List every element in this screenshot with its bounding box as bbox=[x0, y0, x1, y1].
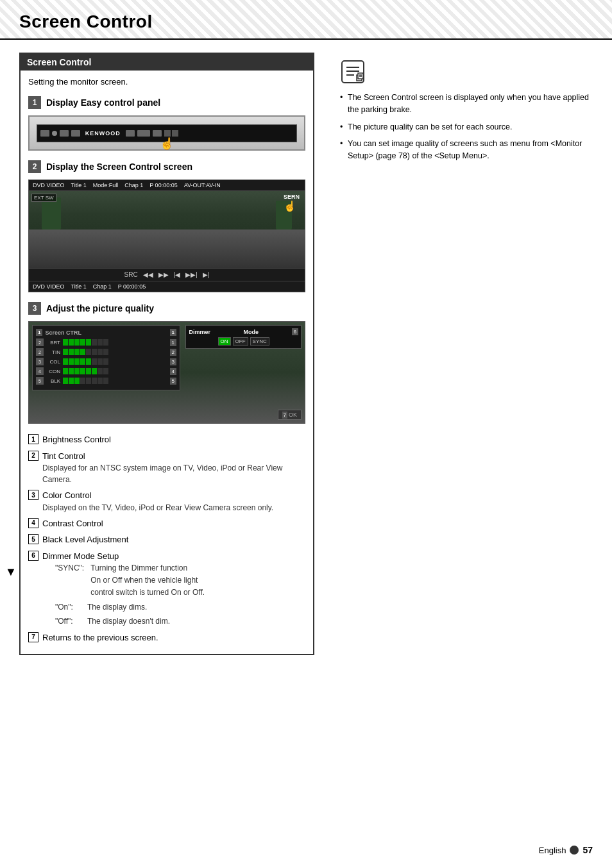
off-key: "Off": bbox=[55, 615, 81, 628]
step1-num: 1 bbox=[28, 96, 41, 109]
toolbar-icon-4 bbox=[126, 130, 135, 137]
left-column: Screen Control Setting the monitor scree… bbox=[19, 53, 327, 668]
dvd-controls: SRC ◀◀ ▶▶ |◀ ▶▶| ▶| bbox=[29, 268, 305, 281]
ctrl-row-brt: 2 BRT 1 bbox=[36, 338, 176, 346]
ctrl-num-1: 1 bbox=[170, 329, 176, 336]
dvd-btn-rew: ◀◀ bbox=[143, 271, 153, 278]
list-item-4: 4 Contrast Control bbox=[28, 517, 305, 530]
ctrl-num-2: 2 bbox=[36, 338, 44, 346]
finger-cursor-1: ☝ bbox=[160, 137, 174, 151]
ctrl-row-num-3: 3 bbox=[170, 358, 176, 365]
dvd-btn-pause: ▶| bbox=[203, 271, 210, 278]
section-box: Screen Control Setting the monitor scree… bbox=[19, 53, 314, 655]
dimmer-num-6: 6 bbox=[292, 328, 298, 335]
ctrl-row-num-4: 4 bbox=[170, 368, 176, 375]
item-content-4: Contrast Control bbox=[42, 517, 305, 530]
page-title: Screen Control bbox=[19, 12, 612, 32]
dvd-bottom-chap: Chap 1 bbox=[93, 283, 112, 290]
dimmer-btn-on[interactable]: ON bbox=[218, 337, 231, 346]
dimmer-btn-sync[interactable]: SYNC bbox=[250, 337, 269, 346]
dvd-ext-sw: EXT SW bbox=[31, 194, 56, 202]
dvd-title-label: Title 1 bbox=[71, 182, 87, 188]
dvd-btn-next: ▶▶| bbox=[185, 271, 198, 278]
toolbar-icon-3 bbox=[71, 130, 80, 137]
step2-screenshot: DVD VIDEO Title 1 Mode:Full Chap 1 P 00:… bbox=[28, 179, 305, 292]
item-num-6: 6 bbox=[28, 551, 38, 561]
ctrl-num-6: 5 bbox=[36, 377, 44, 385]
footer-language: English bbox=[539, 846, 566, 855]
step1-screenshot: KENWOOD ☝ bbox=[28, 115, 305, 151]
mode-title: Mode bbox=[243, 329, 259, 335]
ctrl-bar-blk bbox=[63, 378, 108, 384]
ctrl-bar-con bbox=[63, 368, 108, 374]
ctrl-num-indicator: 1 bbox=[36, 329, 42, 336]
section-box-body: Setting the monitor screen. 1 Display Ea… bbox=[21, 71, 313, 654]
list-item-3: 3 Color Control Displayed on the TV, Vid… bbox=[28, 489, 305, 513]
note-icon-container bbox=[340, 59, 599, 87]
off-desc: The display doesn't dim. bbox=[87, 615, 170, 628]
item-num-5: 5 bbox=[28, 534, 38, 544]
list-item-6: 6 Dimmer Mode Setup "SYNC": Turning the … bbox=[28, 550, 305, 628]
item-content-7: Returns to the previous screen. bbox=[42, 631, 305, 644]
ctrl-row-num-1: 1 bbox=[170, 339, 176, 346]
ctrl-panel: 1 Screen CTRL 1 2 BRT 1 bbox=[32, 325, 180, 390]
toolbar-sq1 bbox=[164, 130, 171, 137]
ctrl-row-blk: 5 BLK 5 bbox=[36, 377, 176, 385]
dimmer-title: Dimmer bbox=[189, 329, 210, 335]
item-content-5: Black Level Adjustment bbox=[42, 533, 305, 546]
step2-text: Display the Screen Control screen bbox=[46, 162, 192, 172]
dvd-source: DVD VIDEO bbox=[33, 182, 65, 188]
ctrl-row-num-5: 5 bbox=[170, 378, 176, 385]
note-item-3: You can set image quality of screens suc… bbox=[340, 138, 599, 162]
dimmer-buttons: ON OFF SYNC bbox=[189, 337, 298, 346]
tree-sim-1 bbox=[42, 197, 61, 230]
list-item-5: 5 Black Level Adjustment bbox=[28, 533, 305, 546]
on-desc: The display dims. bbox=[87, 601, 147, 613]
item-content-1: Brightness Control bbox=[42, 433, 305, 446]
ctrl-bar-col bbox=[63, 358, 108, 365]
kenwood-logo: KENWOOD bbox=[85, 130, 121, 137]
toolbar-icon-5 bbox=[137, 130, 150, 137]
note-item-2: The picture quality can be set for each … bbox=[340, 121, 599, 133]
finger-cursor-2: ☝ bbox=[284, 201, 296, 212]
main-content: Screen Control Setting the monitor scree… bbox=[0, 40, 612, 681]
dvd-bottombar: DVD VIDEO Title 1 Chap 1 P 00:00:05 bbox=[29, 281, 305, 292]
ctrl-panel-title: 1 Screen CTRL 1 bbox=[36, 329, 176, 336]
dvd-mode: Mode:Full bbox=[93, 182, 119, 188]
dvd-bottom-source: DVD VIDEO bbox=[33, 283, 65, 290]
footer-bullet bbox=[570, 846, 579, 855]
ok-button[interactable]: 7OK bbox=[278, 410, 302, 420]
notes-list: The Screen Control screen is displayed o… bbox=[340, 92, 599, 162]
sync-key: "SYNC": bbox=[55, 562, 84, 599]
item-num-4: 4 bbox=[28, 518, 38, 528]
note-item-1: The Screen Control screen is displayed o… bbox=[340, 92, 599, 116]
dvd-btn-ffw: ▶▶ bbox=[158, 271, 169, 278]
item-num-3: 3 bbox=[28, 490, 38, 500]
items-list: 1 Brightness Control 2 Tint Control Disp… bbox=[28, 433, 305, 644]
ctrl-bar-brt bbox=[63, 339, 108, 346]
step3-screenshot: 1 Screen CTRL 1 2 BRT 1 bbox=[28, 321, 305, 424]
left-arrow-icon: ▼ bbox=[5, 565, 17, 579]
ctrl-num-5: 4 bbox=[36, 367, 44, 375]
toolbar-sq2 bbox=[172, 130, 178, 137]
page-header: Screen Control bbox=[0, 0, 612, 40]
item-num-1: 1 bbox=[28, 434, 38, 444]
dvd-chap: Chap 1 bbox=[124, 182, 143, 188]
list-item-2: 2 Tint Control Displayed for an NTSC sys… bbox=[28, 450, 305, 486]
item-num-2: 2 bbox=[28, 451, 38, 461]
sync-row-off: "Off": The display doesn't dim. bbox=[55, 615, 305, 628]
page-footer: English 57 bbox=[539, 845, 593, 855]
toolbar-icon-group bbox=[164, 130, 178, 137]
step2-label: 2 Display the Screen Control screen bbox=[28, 160, 305, 173]
dvd-topbar: DVD VIDEO Title 1 Mode:Full Chap 1 P 00:… bbox=[29, 180, 305, 191]
dvd-av-out: AV-OUT:AV-IN bbox=[184, 182, 221, 188]
ctrl-num-3: 2 bbox=[36, 348, 44, 356]
dimmer-btn-off[interactable]: OFF bbox=[233, 337, 248, 346]
item-content-3: Color Control Displayed on the TV, Video… bbox=[42, 489, 305, 513]
step3-label: 3 Adjust the picture quality bbox=[28, 302, 305, 315]
dvd-btn-src: SRC bbox=[124, 271, 138, 278]
step1-text: Display Easy control panel bbox=[46, 97, 160, 108]
sync-details: "SYNC": Turning the Dimmer functionOn or… bbox=[42, 562, 305, 628]
ctrl-bar-tin bbox=[63, 349, 108, 355]
step3-num: 3 bbox=[28, 302, 41, 315]
